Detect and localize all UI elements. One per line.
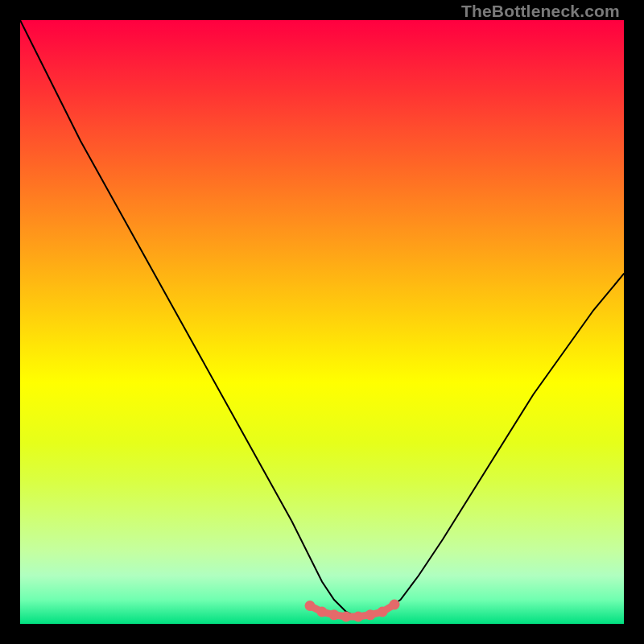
chart-plot-area xyxy=(20,20,624,624)
watermark-text: TheBottleneck.com xyxy=(461,2,620,21)
chart-svg xyxy=(20,20,624,624)
bottleneck-curve xyxy=(20,20,624,618)
flat-bottom-stroke xyxy=(310,605,394,617)
chart-frame: TheBottleneck.com xyxy=(0,0,644,644)
